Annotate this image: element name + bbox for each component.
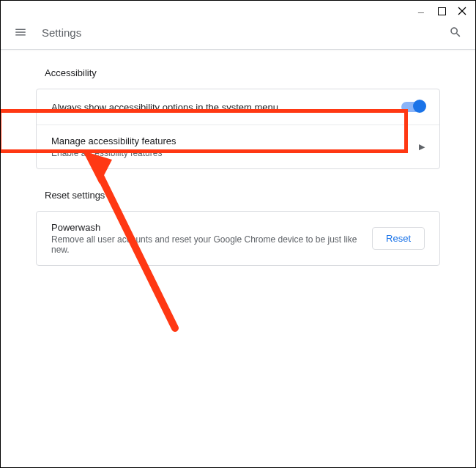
reset-section-title: Reset settings <box>36 190 440 201</box>
svg-rect-0 <box>438 7 445 15</box>
close-button[interactable] <box>456 5 468 17</box>
row-text: Always show accessibility options in the… <box>51 102 401 113</box>
powerwash-label: Powerwash <box>51 222 372 233</box>
maximize-button[interactable] <box>436 5 447 17</box>
always-show-accessibility-row[interactable]: Always show accessibility options in the… <box>37 89 439 125</box>
minimize-button[interactable]: _ <box>415 2 427 14</box>
window-controls: _ <box>415 5 468 17</box>
always-show-toggle[interactable] <box>401 102 425 112</box>
search-icon[interactable] <box>449 26 462 39</box>
reset-card: Powerwash Remove all user accounts and r… <box>36 211 440 266</box>
powerwash-row: Powerwash Remove all user accounts and r… <box>37 212 439 265</box>
manage-features-sublabel: Enable accessibility features <box>51 148 419 158</box>
accessibility-card: Always show accessibility options in the… <box>36 89 440 169</box>
powerwash-sublabel: Remove all user accounts and reset your … <box>51 234 372 255</box>
settings-content: Accessibility Always show accessibility … <box>1 50 475 283</box>
manage-accessibility-features-row[interactable]: Manage accessibility features Enable acc… <box>37 125 439 168</box>
menu-icon[interactable] <box>14 26 27 39</box>
always-show-label: Always show accessibility options in the… <box>51 102 401 113</box>
page-title: Settings <box>42 26 449 39</box>
manage-features-label: Manage accessibility features <box>51 135 419 146</box>
row-text: Powerwash Remove all user accounts and r… <box>51 222 372 255</box>
reset-button[interactable]: Reset <box>372 227 425 250</box>
chevron-right-icon: ▶ <box>419 142 425 152</box>
accessibility-section-title: Accessibility <box>36 67 440 78</box>
app-header: Settings <box>1 15 475 50</box>
row-text: Manage accessibility features Enable acc… <box>51 135 419 158</box>
